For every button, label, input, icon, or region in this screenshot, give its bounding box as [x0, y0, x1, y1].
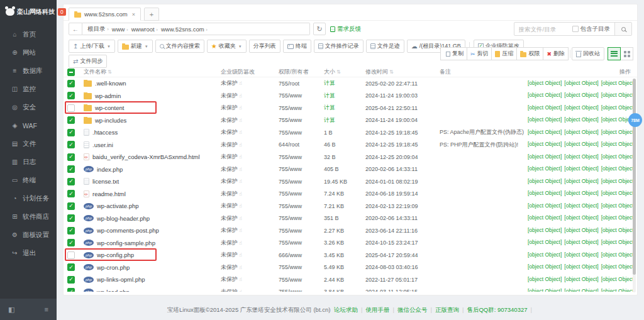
row-action-link[interactable]: [object Object] [601, 178, 635, 184]
file-name[interactable]: wp-includes [84, 117, 221, 124]
row-action-link[interactable]: [object Object] [564, 239, 598, 245]
sidebar-item[interactable]: ◈ WAF [0, 116, 57, 135]
row-checkbox[interactable] [67, 214, 75, 222]
hand-pointer-icon[interactable]: ☝ [239, 265, 242, 270]
hand-pointer-icon[interactable]: ☝ [239, 179, 242, 184]
table-row[interactable]: wp-activate.php 未保护☝ 755/www 7.21 KB 202… [64, 200, 637, 212]
row-checkbox[interactable] [67, 276, 75, 284]
hand-pointer-icon[interactable]: ☝ [239, 252, 242, 258]
table-row[interactable]: wp-config.php 未保护☝ 666/www 3.45 KB 2025-… [64, 249, 637, 262]
toolbar-button[interactable]: 收藏夹 ▼ [207, 40, 247, 53]
sidebar-item[interactable]: ▥ 日志 [0, 153, 57, 171]
row-action-link[interactable]: [object Object] [564, 80, 598, 86]
file-name[interactable]: wp-config-sample.php [84, 240, 221, 246]
footer-link[interactable]: 论坛求助 [334, 306, 358, 313]
hand-pointer-icon[interactable]: ☝ [239, 154, 242, 160]
row-action-link[interactable]: [object Object] [528, 80, 562, 86]
hand-pointer-icon[interactable]: ☝ [239, 277, 242, 282]
table-row[interactable]: wp-content 未保护☝ 755/www 计算 2025-04-21 22… [64, 102, 637, 114]
table-row[interactable]: index.php 未保护☝ 755/www 405 B 2020-02-06 … [64, 163, 637, 176]
include-subdir-checkbox[interactable]: 包含子目录 [572, 25, 615, 33]
search-button[interactable] [615, 23, 631, 35]
checkbox-icon[interactable] [572, 26, 579, 32]
grid-view-button[interactable] [620, 47, 633, 60]
collapse-panel-icon[interactable]: ◧ [8, 306, 14, 314]
file-name[interactable]: wp-admin [84, 92, 221, 99]
row-action-link[interactable]: [object Object] [601, 104, 635, 111]
table-row[interactable]: wp-links-opml.php 未保护☝ 755/www 2.44 KB 2… [64, 273, 637, 286]
table-row[interactable]: wp-blog-header.php 未保护☝ 755/www 351 B 20… [64, 212, 637, 225]
sidebar-item[interactable]: ▤ 文件 [0, 135, 57, 153]
row-action-link[interactable]: [object Object] [528, 153, 562, 160]
table-row[interactable]: wp-admin 未保护☝ 755/www 计算 2024-11-24 19:0… [64, 90, 637, 102]
row-action-link[interactable]: [object Object] [601, 190, 635, 196]
file-name[interactable]: .htaccess [84, 129, 221, 136]
bulk-action-button[interactable]: 权限 [516, 47, 543, 60]
row-checkbox[interactable] [67, 165, 75, 173]
sidebar-item[interactable]: ⊕ 网站 [0, 43, 57, 62]
sort-icon[interactable]: ⇅ [336, 69, 341, 75]
row-action-link[interactable]: [object Object] [564, 141, 598, 147]
sidebar-item[interactable]: ◔ 计划任务 [0, 189, 57, 207]
row-action-link[interactable]: [object Object] [528, 165, 562, 172]
row-action-link[interactable]: [object Object] [601, 288, 635, 292]
table-row[interactable]: wp-cron.php 未保护☝ 755/www 5.49 KB 2024-08… [64, 262, 637, 274]
row-action-link[interactable]: [object Object] [564, 190, 598, 196]
row-action-link[interactable]: [object Object] [528, 251, 562, 258]
hand-pointer-icon[interactable]: ☝ [239, 240, 242, 246]
table-row[interactable]: .user.ini 未保护☝ 644/root 46 B 2024-12-25 … [64, 139, 637, 152]
file-name[interactable]: baidu_verify_codeva-XmrBASxnmd.html [84, 153, 221, 160]
sidebar-item[interactable]: ▭ 终端 [0, 171, 57, 189]
hand-pointer-icon[interactable]: ☝ [239, 142, 242, 148]
hand-pointer-icon[interactable]: ☝ [239, 191, 242, 197]
row-action-link[interactable]: [object Object] [528, 141, 562, 147]
breadcrumb-link[interactable]: www [112, 26, 125, 33]
row-checkbox[interactable] [67, 190, 75, 197]
footer-link[interactable]: 使用手册 [365, 306, 389, 313]
hand-pointer-icon[interactable]: ☝ [239, 289, 242, 292]
file-name[interactable]: index.php [84, 166, 221, 173]
recycle-bin-button[interactable]: 回收站 [572, 47, 604, 60]
sidebar-item[interactable]: ⚙ 面板设置 [0, 226, 57, 244]
row-action-link[interactable]: [object Object] [528, 214, 562, 221]
row-action-link[interactable]: [object Object] [564, 129, 598, 135]
table-row[interactable]: wp-config-sample.php 未保护☝ 755/www 3.26 K… [64, 237, 637, 250]
row-action-link[interactable]: [object Object] [564, 263, 598, 270]
row-checkbox[interactable] [67, 227, 75, 234]
list-view-button[interactable] [608, 47, 621, 60]
row-action-link[interactable]: [object Object] [564, 227, 598, 233]
bulk-action-button[interactable]: 删除 [543, 47, 569, 60]
message-count-badge[interactable]: 0 [58, 8, 66, 16]
breadcrumb-link[interactable]: wwwroot [131, 26, 155, 33]
row-action-link[interactable]: [object Object] [528, 92, 562, 98]
search-input[interactable] [514, 26, 572, 33]
hand-pointer-icon[interactable]: ☝ [239, 118, 242, 123]
bulk-action-button[interactable]: 剪切 [467, 47, 492, 60]
row-action-link[interactable]: [object Object] [601, 153, 635, 160]
sort-icon[interactable]: ⇅ [108, 69, 112, 75]
table-row[interactable]: readme.html 未保护☝ 755/www 7.24 KB 2024-06… [64, 188, 637, 201]
file-name[interactable]: wp-cron.php [84, 264, 221, 271]
hand-pointer-icon[interactable]: ☝ [239, 203, 242, 209]
row-action-link[interactable]: [object Object] [601, 141, 635, 147]
hand-pointer-icon[interactable]: ☝ [239, 216, 242, 221]
row-checkbox[interactable] [67, 153, 75, 161]
back-button[interactable]: ← [69, 23, 82, 35]
row-action-link[interactable]: [object Object] [601, 129, 635, 135]
file-name[interactable]: wp-links-opml.php [84, 276, 221, 283]
file-name[interactable]: wp-config.php [84, 251, 221, 258]
tab-www-52sns-com[interactable]: www.52sns.com × [69, 8, 141, 21]
row-checkbox[interactable] [67, 116, 75, 124]
row-action-link[interactable]: [object Object] [564, 288, 598, 292]
sidebar-item[interactable]: ◎ 安全 [0, 98, 57, 116]
row-action-link[interactable]: [object Object] [601, 202, 635, 209]
row-checkbox[interactable] [67, 202, 75, 210]
row-action-link[interactable]: [object Object] [528, 190, 562, 196]
row-action-link[interactable]: [object Object] [528, 227, 562, 233]
row-checkbox[interactable] [67, 251, 75, 259]
table-row[interactable]: wp-comments-post.php 未保护☝ 755/www 2.27 K… [64, 224, 637, 237]
hand-pointer-icon[interactable]: ☝ [239, 105, 242, 111]
file-name[interactable]: .user.ini [84, 141, 221, 148]
file-name[interactable]: wp-load.php [84, 289, 221, 292]
hand-pointer-icon[interactable]: ☝ [239, 80, 242, 86]
